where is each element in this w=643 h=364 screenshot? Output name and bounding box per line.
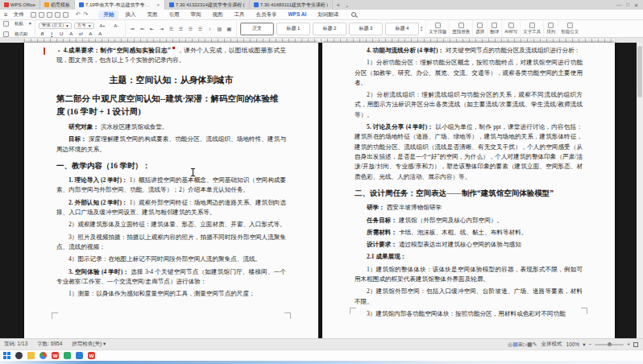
print-preview-icon[interactable] [47,12,52,18]
ribbon-tool[interactable]: 翻译 [487,20,501,37]
paste-button[interactable]: 粘贴 [11,20,27,28]
print-icon[interactable] [39,12,44,18]
menu-item[interactable]: 审阅 [185,10,205,19]
bold-button[interactable]: B [39,31,46,36]
ribbon-tool[interactable]: AI帮写 [501,20,520,37]
zoom-level[interactable]: 100% [566,341,580,347]
format-painter-button[interactable]: 格式刷 [11,30,31,39]
font-color-button[interactable]: A [68,31,75,36]
outdent-icon[interactable]: ⇤ [148,26,156,31]
style-item[interactable]: 标题 4 [385,23,419,35]
line-spacing-icon[interactable]: ↕ [206,27,214,31]
start-button[interactable] [3,352,10,359]
char-shading-button[interactable]: A [97,31,104,36]
close-tab-icon[interactable]: × [156,2,160,7]
chrome-icon[interactable] [39,352,47,359]
ribbon-tool[interactable]: 查找替换 [449,20,472,37]
window-tab[interactable]: 稻壳模板 [40,0,75,10]
vertical-scrollbar[interactable] [637,43,643,338]
font-name-select[interactable]: 宋体 (正文) ▾ [39,23,72,29]
wechat-icon[interactable] [64,352,71,359]
close-button[interactable]: ✕ [634,2,638,8]
shrink-font-button[interactable]: A- [110,22,122,30]
window-tab[interactable]: 7.30 41683111建筑学专业课程 ( [250,0,334,10]
grow-font-button[interactable]: A+ [97,22,109,30]
docs-icon[interactable] [76,352,83,359]
highlight-button[interactable]: A [87,31,94,36]
undo-icon[interactable]: ↶ [76,11,81,18]
scrollbar-thumb[interactable] [637,46,642,97]
menu-item[interactable]: 会员专享 [251,10,281,19]
style-item[interactable]: 标题 3 [349,23,383,35]
zoom-caret-icon[interactable]: ▾ [583,341,585,348]
zoom-slider[interactable] [595,344,624,345]
italic-button[interactable]: I [48,31,56,36]
borders-icon[interactable]: ▦ [226,26,233,31]
menu-item[interactable]: 视图 [207,10,227,19]
maximize-button[interactable]: □ [626,2,629,7]
menu-item[interactable]: 开始 [98,10,118,19]
paste-icon[interactable] [3,21,9,27]
paste-caret-icon[interactable]: ▾ [29,21,31,26]
zoom-out-button[interactable]: − [588,341,591,347]
ribbon-tool[interactable]: 文字工具 [520,20,543,37]
wps-writer-icon[interactable]: W [52,352,59,359]
style-item[interactable]: 标题 2 [313,23,346,35]
paragraph: 4）图示记录：在地图上标记不同时间段外部空间人流的聚集点、流线。 [56,254,286,264]
minimize-button[interactable]: — [616,2,621,7]
align-right-icon[interactable]: ☰ [187,26,194,31]
align-center-icon[interactable]: ☰ [177,26,185,31]
style-item[interactable]: 正文 [240,23,274,35]
style-item[interactable]: 标题 1 [276,23,310,35]
tab-list-chevron-icon[interactable]: ⌄ [343,0,351,10]
menu-item[interactable]: 插入 [120,10,140,19]
cloud-sync-icon[interactable] [55,12,60,18]
file-explorer-icon[interactable] [27,352,35,359]
main-menu-icon[interactable]: ≡ [0,11,10,19]
ribbon-tool[interactable]: 选择 [472,20,487,37]
web-layout-icon[interactable]: ▦ [527,341,533,347]
indent-icon[interactable]: ⇥ [158,26,165,31]
underline-button[interactable]: U [58,31,65,36]
share-icon[interactable] [63,12,68,18]
document-page-2[interactable]: 4. 功能与流线分析 (4 学时)： 对关键空间节点的功能分区及流线组织进行分析… [322,43,615,338]
zoom-slider-knob[interactable] [608,342,612,346]
wps-icon-2[interactable]: W [88,352,95,359]
superscript-button[interactable]: x² [77,31,85,36]
ribbon-tool[interactable]: 智能公文 [558,20,581,37]
search-icon[interactable] [351,12,356,17]
menu-item[interactable]: WPS AI [283,10,311,19]
ribbon-tool[interactable]: 文字排版 [425,20,449,37]
style-nav-down-icon[interactable]: ▾ [421,29,422,32]
number-list-icon[interactable]: ≕ [139,26,146,31]
ribbon-tool[interactable]: 排列 [543,20,558,37]
status-item[interactable]: 拼写检查(关) ▾ [72,341,106,348]
document-page-1[interactable]: ▪ 4.成果要求：制作“空间感知实验日志” ，课外个人完成，以图纸或图册形式呈现… [24,43,318,338]
menu-item[interactable]: 划词翻译 [313,10,343,19]
menu-item[interactable]: 页面 [142,10,162,19]
user-avatar[interactable] [15,352,23,359]
menu-item[interactable]: 工具 [229,10,249,19]
status-item[interactable]: 页码: 1/13 [4,341,27,348]
mode-label[interactable]: 全屏模式 [541,341,562,348]
redo-icon[interactable]: ↷ [84,11,89,18]
save-icon[interactable] [31,12,36,18]
font-size-select[interactable]: 五号 ▾ [74,23,94,29]
bullet-list-icon[interactable]: ≔ [129,26,136,31]
fullscreen-icon[interactable] [633,342,638,347]
window-tab[interactable]: 7.30 41322314建筑学专业课程 ( [165,0,250,10]
tab-file-icon [44,2,49,7]
format-painter-icon[interactable] [3,31,9,37]
window-tab[interactable]: WPS Office [0,0,40,10]
window-tab[interactable]: 7.19中南大学-布达建筑学专业(2) × [75,0,165,10]
file-menu[interactable]: 文件 [10,11,27,19]
align-left-icon[interactable]: ☰ [168,26,175,31]
page-view-icon[interactable]: ▤ [512,341,518,347]
new-tab-button[interactable]: + [333,0,343,10]
justify-icon[interactable]: ☰ [197,26,204,31]
status-item[interactable]: 字数: 6954 [37,341,62,348]
menu-item[interactable]: 引用 [164,10,184,19]
shading-icon[interactable]: ▨ [216,26,223,31]
edit-mode-icon[interactable]: ✎ [533,341,537,347]
zoom-in-button[interactable]: + [627,341,630,347]
